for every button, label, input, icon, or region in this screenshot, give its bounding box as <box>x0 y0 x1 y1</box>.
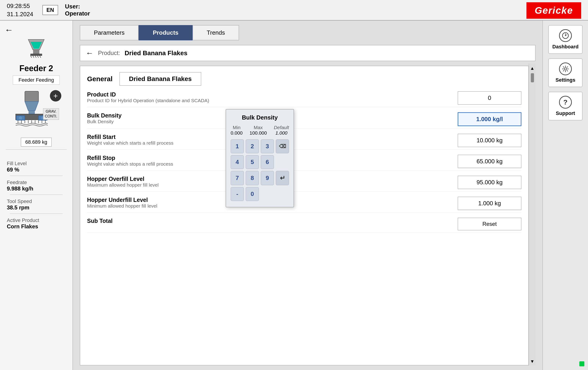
product-id-value[interactable]: 0 <box>458 91 521 105</box>
language-button[interactable]: EN <box>42 5 58 15</box>
svg-line-4 <box>31 56 32 58</box>
tab-parameters[interactable]: Parameters <box>80 25 138 40</box>
refill-stop-value[interactable]: 65.000 kg <box>458 155 521 168</box>
max-value: 100.000 <box>250 130 267 136</box>
fill-level-value: 69 % <box>7 166 66 173</box>
feeder-title: Feeder 2 <box>19 64 53 73</box>
feeder-icon <box>24 37 49 60</box>
logo: Gericke <box>526 2 581 19</box>
min-label: Min <box>231 125 243 130</box>
time-date: 09:28:55 31.1.2024 <box>7 2 33 19</box>
form-row-refill-stop: Refill Stop Weight value which stops a r… <box>87 155 521 171</box>
weight-display: 68.689 kg <box>21 138 52 147</box>
product-header: ← Product: Dried Banana Flakes <box>80 45 536 61</box>
svg-rect-1 <box>33 50 39 54</box>
numpad-0[interactable]: 0 <box>246 187 259 201</box>
numpad-6[interactable]: 6 <box>261 155 274 169</box>
form-row-product-id: Product ID Product ID for Hybrid Operati… <box>87 91 521 107</box>
plus-button[interactable]: + <box>50 90 61 101</box>
feeder-machine: + <box>11 90 61 136</box>
product-name: Dried Banana Flakes <box>125 50 187 57</box>
numpad-4[interactable]: 4 <box>231 155 244 169</box>
numpad-3[interactable]: 3 <box>261 139 274 153</box>
svg-point-14 <box>19 116 22 120</box>
support-label: Support <box>556 110 575 116</box>
bulk-density-value[interactable]: 1.000 kg/l <box>458 112 521 126</box>
support-button[interactable]: ? Support <box>548 92 583 120</box>
support-icon: ? <box>559 96 572 109</box>
numpad-1[interactable]: 1 <box>231 139 244 153</box>
hopper-overfill-value[interactable]: 95.000 kg <box>458 176 521 189</box>
dashboard-icon <box>559 29 572 42</box>
default-label: Default <box>274 125 289 130</box>
feeder-subtitle: Feeder Feeding <box>13 76 60 85</box>
svg-line-8 <box>40 56 41 58</box>
min-value: 0.000 <box>231 130 243 136</box>
user-info: User: Operator <box>65 3 90 17</box>
form-row-bulk-density: Bulk Density Bulk Density 1.000 kg/l <box>87 112 521 129</box>
divider-2 <box>10 176 63 176</box>
active-product-value: Corn Flakes <box>7 223 66 230</box>
product-back-button[interactable]: ← <box>86 49 94 57</box>
main-layout: ← Feeder 2 Feeder Feeding + <box>0 21 588 370</box>
bulk-density-popup: Bulk Density Min 0.000 Max 100.000 Defau… <box>226 109 294 207</box>
scroll-up[interactable]: ▲ <box>530 66 535 71</box>
svg-line-6 <box>35 56 36 58</box>
product-name-button[interactable]: Dried Banana Flakes <box>119 72 201 86</box>
divider-1 <box>6 149 67 150</box>
numpad-8[interactable]: 8 <box>246 171 259 185</box>
settings-button[interactable]: Settings <box>548 58 583 87</box>
numpad-7[interactable]: 7 <box>231 171 244 185</box>
numpad-backspace[interactable]: ⌫ <box>276 139 289 153</box>
settings-label: Settings <box>556 77 576 83</box>
center-content: Parameters Products Trends ← Product: Dr… <box>73 21 542 370</box>
tab-trends[interactable]: Trends <box>193 25 239 40</box>
scroll-thumb[interactable] <box>531 73 534 82</box>
numpad-minus[interactable]: - <box>231 187 244 201</box>
feedrate-value: 9.988 kg/h <box>7 185 66 192</box>
fill-level-label: Fill Level <box>7 161 66 166</box>
product-id-sublabel: Product ID for Hybrid Operation (standal… <box>87 98 458 103</box>
popup-title: Bulk Density <box>231 114 289 121</box>
numpad-2[interactable]: 2 <box>246 139 259 153</box>
max-label: Max <box>250 125 267 130</box>
back-button-left[interactable]: ← <box>5 25 13 35</box>
svg-point-28 <box>564 68 567 70</box>
reset-button[interactable]: Reset <box>458 218 521 230</box>
scrollbar[interactable]: ▲ ▼ <box>529 63 536 365</box>
dashboard-label: Dashboard <box>552 44 579 50</box>
form-row-hopper-underfill: Hopper Underfill Level Minimum allowed h… <box>87 197 521 213</box>
svg-line-5 <box>33 56 34 58</box>
svg-marker-10 <box>25 101 39 111</box>
refill-start-value[interactable]: 10.000 kg <box>458 134 521 147</box>
stats-section: Fill Level 69 % Feedrate 9.988 kg/h Tool… <box>2 157 70 230</box>
svg-line-7 <box>37 56 39 58</box>
tool-speed-value: 38.5 rpm <box>7 204 66 211</box>
popup-range: Min 0.000 Max 100.000 Default 1.000 <box>231 125 289 136</box>
top-bar: 09:28:55 31.1.2024 EN User: Operator Ger… <box>0 0 588 21</box>
settings-icon <box>559 63 572 75</box>
hopper-underfill-value[interactable]: 1.000 kg <box>458 197 521 210</box>
form-row-sub-total: Sub Total Reset <box>87 218 521 233</box>
scroll-down[interactable]: ▼ <box>530 359 535 364</box>
tab-products[interactable]: Products <box>138 25 193 40</box>
numpad-5[interactable]: 5 <box>246 155 259 169</box>
numpad-enter[interactable]: ↵ <box>276 171 289 185</box>
tabs-row: Parameters Products Trends <box>80 25 536 40</box>
dashboard-button[interactable]: Dashboard <box>548 25 583 54</box>
form-row-refill-start: Refill Start Weight value which starts a… <box>87 134 521 150</box>
divider-3 <box>10 195 63 195</box>
grav-label: GRAV.CONTI. <box>43 108 59 120</box>
product-label: Product: <box>98 50 120 56</box>
svg-point-27 <box>565 35 566 36</box>
numpad-9[interactable]: 9 <box>261 171 274 185</box>
tool-speed-label: Tool Speed <box>7 198 66 204</box>
svg-rect-11 <box>29 111 35 114</box>
divider-4 <box>10 214 63 214</box>
form-area: General Dried Banana Flakes Product ID P… <box>80 66 529 365</box>
default-value: 1.000 <box>274 130 289 136</box>
active-product-label: Active Product <box>7 218 66 223</box>
svg-rect-3 <box>31 54 42 56</box>
feedrate-label: Feedrate <box>7 180 66 185</box>
form-general-header: General Dried Banana Flakes <box>87 72 521 86</box>
